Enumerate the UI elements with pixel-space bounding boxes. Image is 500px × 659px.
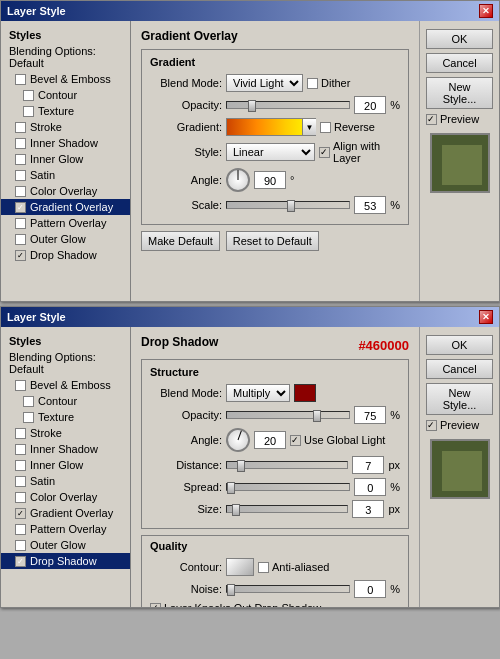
sidebar2-texture[interactable]: Texture xyxy=(1,409,130,425)
bevel-checkbox[interactable] xyxy=(15,74,26,85)
sidebar2-color-overlay[interactable]: Color Overlay xyxy=(1,489,130,505)
sidebar1-color-overlay[interactable]: Color Overlay xyxy=(1,183,130,199)
layer-knocks-checkbox[interactable] xyxy=(150,603,161,608)
spread-slider[interactable] xyxy=(226,483,350,491)
layer-knocks-label[interactable]: Layer Knocks Out Drop Shadow xyxy=(150,602,321,607)
style-select[interactable]: Linear xyxy=(226,143,315,161)
reverse-label[interactable]: Reverse xyxy=(320,121,375,133)
sidebar2-inner-shadow[interactable]: Inner Shadow xyxy=(1,441,130,457)
spread-value[interactable]: 0 xyxy=(354,478,386,496)
distance-slider[interactable] xyxy=(226,461,348,469)
close-button-1[interactable]: ✕ xyxy=(479,4,493,18)
use-global-light-label[interactable]: Use Global Light xyxy=(290,434,385,446)
gradient-overlay-checkbox-2[interactable] xyxy=(15,508,26,519)
drop-shadow-checkbox[interactable] xyxy=(15,250,26,261)
sidebar1-gradient-overlay[interactable]: Gradient Overlay xyxy=(1,199,130,215)
drop-shadow-checkbox-2[interactable] xyxy=(15,556,26,567)
preview-label-2[interactable]: Preview xyxy=(426,419,493,431)
stroke-checkbox[interactable] xyxy=(15,122,26,133)
anti-aliased-label[interactable]: Anti-aliased xyxy=(258,561,329,573)
texture-checkbox[interactable] xyxy=(23,106,34,117)
angle-value-2[interactable]: 20 xyxy=(254,431,286,449)
satin-checkbox-2[interactable] xyxy=(15,476,26,487)
inner-glow-checkbox-2[interactable] xyxy=(15,460,26,471)
sidebar1-contour[interactable]: Contour xyxy=(1,87,130,103)
use-global-light-checkbox[interactable] xyxy=(290,435,301,446)
stroke-checkbox-2[interactable] xyxy=(15,428,26,439)
opacity-slider[interactable] xyxy=(226,101,350,109)
sidebar2-drop-shadow[interactable]: Drop Shadow xyxy=(1,553,130,569)
sidebar1-outer-glow[interactable]: Outer Glow xyxy=(1,231,130,247)
sidebar2-gradient-overlay[interactable]: Gradient Overlay xyxy=(1,505,130,521)
sidebar1-satin[interactable]: Satin xyxy=(1,167,130,183)
sidebar1-blending[interactable]: Blending Options: Default xyxy=(1,43,130,71)
contour-preview[interactable] xyxy=(226,558,254,576)
sidebar1-inner-shadow[interactable]: Inner Shadow xyxy=(1,135,130,151)
blend-mode-select-2[interactable]: Multiply xyxy=(226,384,290,402)
align-layer-checkbox[interactable] xyxy=(319,147,330,158)
sidebar1-bevel[interactable]: Bevel & Emboss xyxy=(1,71,130,87)
dither-checkbox[interactable] xyxy=(307,78,318,89)
dither-label[interactable]: Dither xyxy=(307,77,350,89)
pattern-overlay-checkbox-2[interactable] xyxy=(15,524,26,535)
sidebar2-outer-glow[interactable]: Outer Glow xyxy=(1,537,130,553)
bevel-checkbox-2[interactable] xyxy=(15,380,26,391)
sidebar1-pattern-overlay[interactable]: Pattern Overlay xyxy=(1,215,130,231)
sidebar2-bevel[interactable]: Bevel & Emboss xyxy=(1,377,130,393)
gradient-picker[interactable]: ▼ xyxy=(226,118,316,136)
inner-shadow-checkbox-2[interactable] xyxy=(15,444,26,455)
inner-shadow-checkbox[interactable] xyxy=(15,138,26,149)
anti-aliased-checkbox[interactable] xyxy=(258,562,269,573)
scale-slider[interactable] xyxy=(226,201,350,209)
sidebar2-blending[interactable]: Blending Options: Default xyxy=(1,349,130,377)
sidebar1-drop-shadow[interactable]: Drop Shadow xyxy=(1,247,130,263)
pattern-overlay-checkbox[interactable] xyxy=(15,218,26,229)
gradient-arrow[interactable]: ▼ xyxy=(302,119,316,135)
ok-button-1[interactable]: OK xyxy=(426,29,493,49)
noise-value[interactable]: 0 xyxy=(354,580,386,598)
close-button-2[interactable]: ✕ xyxy=(479,310,493,324)
reset-to-default-button[interactable]: Reset to Default xyxy=(226,231,319,251)
opacity-value[interactable]: 20 xyxy=(354,96,386,114)
sidebar2-inner-glow[interactable]: Inner Glow xyxy=(1,457,130,473)
distance-value[interactable]: 7 xyxy=(352,456,384,474)
angle-dial[interactable] xyxy=(226,168,250,192)
sidebar2-stroke[interactable]: Stroke xyxy=(1,425,130,441)
contour-checkbox[interactable] xyxy=(23,90,34,101)
sidebar2-pattern-overlay[interactable]: Pattern Overlay xyxy=(1,521,130,537)
cancel-button-1[interactable]: Cancel xyxy=(426,53,493,73)
angle-value[interactable]: 90 xyxy=(254,171,286,189)
sidebar1-stroke[interactable]: Stroke xyxy=(1,119,130,135)
color-overlay-checkbox-2[interactable] xyxy=(15,492,26,503)
opacity-slider-2[interactable] xyxy=(226,411,350,419)
sidebar1-texture[interactable]: Texture xyxy=(1,103,130,119)
make-default-button[interactable]: Make Default xyxy=(141,231,220,251)
preview-checkbox-2[interactable] xyxy=(426,420,437,431)
align-layer-label[interactable]: Align with Layer xyxy=(319,140,400,164)
new-style-button-1[interactable]: New Style... xyxy=(426,77,493,109)
size-value[interactable]: 3 xyxy=(352,500,384,518)
scale-value[interactable]: 53 xyxy=(354,196,386,214)
sidebar1-inner-glow[interactable]: Inner Glow xyxy=(1,151,130,167)
noise-slider[interactable] xyxy=(226,585,350,593)
preview-label-1[interactable]: Preview xyxy=(426,113,493,125)
texture-checkbox-2[interactable] xyxy=(23,412,34,423)
sidebar2-contour[interactable]: Contour xyxy=(1,393,130,409)
new-style-button-2[interactable]: New Style... xyxy=(426,383,493,415)
ok-button-2[interactable]: OK xyxy=(426,335,493,355)
cancel-button-2[interactable]: Cancel xyxy=(426,359,493,379)
contour-checkbox-2[interactable] xyxy=(23,396,34,407)
inner-glow-checkbox[interactable] xyxy=(15,154,26,165)
blend-mode-select[interactable]: Vivid Light xyxy=(226,74,303,92)
satin-checkbox[interactable] xyxy=(15,170,26,181)
gradient-overlay-checkbox[interactable] xyxy=(15,202,26,213)
color-overlay-checkbox[interactable] xyxy=(15,186,26,197)
opacity-value-2[interactable]: 75 xyxy=(354,406,386,424)
sidebar2-satin[interactable]: Satin xyxy=(1,473,130,489)
size-slider[interactable] xyxy=(226,505,348,513)
preview-checkbox-1[interactable] xyxy=(426,114,437,125)
drop-shadow-color-swatch[interactable] xyxy=(294,384,316,402)
outer-glow-checkbox[interactable] xyxy=(15,234,26,245)
angle-dial-2[interactable] xyxy=(223,425,254,456)
reverse-checkbox[interactable] xyxy=(320,122,331,133)
